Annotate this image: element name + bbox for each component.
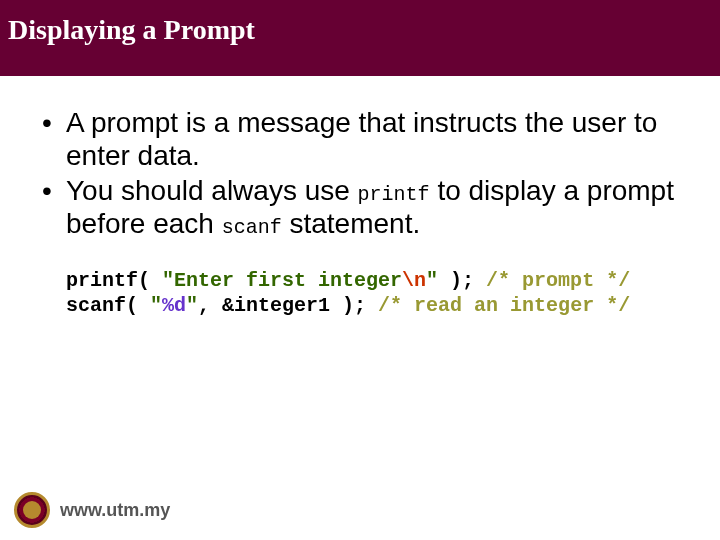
- code-string: ": [426, 269, 438, 292]
- code-token: scanf(: [66, 294, 150, 317]
- code-string: "Enter first integer: [162, 269, 402, 292]
- code-string: ": [150, 294, 162, 317]
- bullet-item: You should always use printf to display …: [36, 174, 684, 240]
- code-token: printf(: [66, 269, 162, 292]
- bullet-item: A prompt is a message that instructs the…: [36, 106, 684, 172]
- inline-code: printf: [358, 183, 430, 206]
- code-comment: /* read an integer */: [378, 294, 630, 317]
- bullet-text: You should always use: [66, 175, 358, 206]
- inline-code: scanf: [222, 216, 282, 239]
- bullet-list: A prompt is a message that instructs the…: [36, 106, 684, 240]
- utm-logo-icon: [14, 492, 50, 528]
- slide-body: A prompt is a message that instructs the…: [0, 76, 720, 540]
- slide-footer: www.utm.my: [0, 480, 720, 540]
- code-example: printf( "Enter first integer\n" ); /* pr…: [36, 268, 684, 318]
- utm-logo-inner-icon: [23, 501, 41, 519]
- footer-url: www.utm.my: [60, 500, 170, 521]
- code-token: , &integer1 );: [198, 294, 378, 317]
- slide: Displaying a Prompt A prompt is a messag…: [0, 0, 720, 540]
- bullet-text: A prompt is a message that instructs the…: [66, 107, 657, 171]
- code-format: %d: [162, 294, 186, 317]
- code-escape: \n: [402, 269, 426, 292]
- code-string: ": [186, 294, 198, 317]
- code-token: );: [438, 269, 486, 292]
- bullet-text: statement.: [282, 208, 421, 239]
- code-comment: /* prompt */: [486, 269, 630, 292]
- slide-title: Displaying a Prompt: [0, 0, 720, 76]
